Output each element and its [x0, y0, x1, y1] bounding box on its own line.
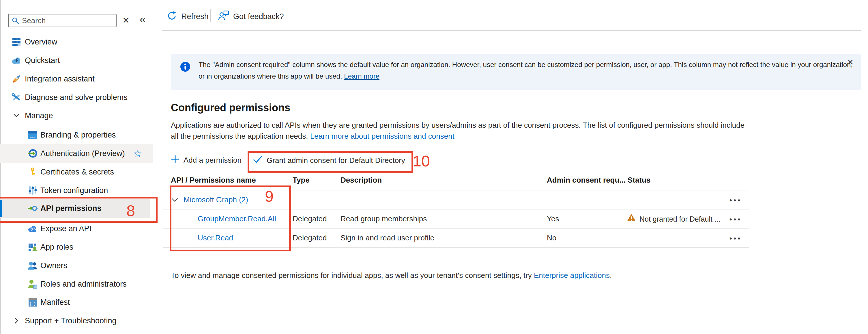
sidebar-item-label: Overview [25, 37, 57, 47]
sidebar-item-branding[interactable]: www Branding & properties [0, 126, 150, 144]
permissions-consent-link[interactable]: Learn more about permissions and consent [310, 132, 455, 140]
feedback-icon [218, 10, 229, 23]
sidebar-collapse-icon[interactable]: « [140, 13, 146, 26]
page-section-title: Configured permissions [171, 102, 290, 114]
grant-admin-consent-label: Grant admin consent for Default Director… [267, 156, 405, 165]
sidebar-item-overview[interactable]: Overview [0, 33, 150, 51]
sidebar-item-label: Certificates & secrets [40, 168, 114, 176]
api-group-link[interactable]: Microsoft Graph (2) [184, 195, 248, 204]
quickstart-icon [11, 55, 21, 65]
warning-icon [627, 213, 636, 223]
sidebar-group-label: Manage [25, 111, 53, 120]
sidebar-item-label: Diagnose and solve problems [25, 93, 128, 102]
sidebar-group-support[interactable]: Support + Troubleshooting [0, 311, 150, 330]
status-text: Not granted for Default ... [640, 215, 720, 223]
cloud-gears-icon [28, 224, 37, 233]
permission-description: Sign in and read user profile [341, 233, 434, 243]
table-divider [163, 190, 749, 190]
row-menu-button[interactable]: ••• [730, 215, 742, 223]
sidebar-item-label: Integration assistant [25, 75, 95, 84]
section-description-line2: all the permissions the application need… [171, 132, 455, 141]
sidebar-group-manage[interactable]: Manage [0, 106, 150, 125]
refresh-button[interactable]: Refresh [167, 10, 209, 23]
col-header-type: Type [292, 176, 310, 185]
permission-description: Read group memberships [341, 214, 427, 223]
overview-icon [11, 37, 21, 47]
check-icon [253, 156, 262, 166]
sidebar-item-label: App roles [40, 243, 73, 252]
sidebar-item-label: Authentication (Preview) [40, 149, 125, 158]
manifest-icon: { } [28, 297, 37, 307]
row-menu-button[interactable]: ••• [730, 234, 742, 243]
favorite-star-icon[interactable]: ☆ [133, 148, 142, 159]
table-divider [163, 209, 749, 210]
expand-chevron-icon[interactable] [172, 198, 178, 203]
col-header-description: Description [341, 176, 382, 185]
sliders-icon [28, 186, 37, 195]
search-input[interactable] [8, 14, 117, 27]
enterprise-applications-link[interactable]: Enterprise applications [534, 271, 610, 280]
banner-text-line1: The "Admin consent required" column show… [198, 61, 853, 69]
sidebar-item-manifest[interactable]: { } Manifest [0, 293, 150, 311]
chevron-down-icon [11, 111, 21, 120]
annotation-number-9: 9 [265, 188, 274, 204]
sidebar-item-expose-api[interactable]: Expose an API [0, 219, 150, 238]
sidebar-item-label: Quickstart [25, 56, 60, 65]
sidebar-item-label: Token configuration [40, 186, 108, 195]
plug-icon [28, 203, 37, 213]
sidebar-item-certificates[interactable]: Certificates & secrets [0, 163, 150, 181]
permission-type: Delegated [292, 233, 327, 243]
sidebar-item-authentication[interactable]: Authentication (Preview) ☆ [0, 144, 153, 163]
sidebar-item-label: Manifest [40, 298, 70, 307]
sidebar-item-quickstart[interactable]: Quickstart [0, 51, 150, 69]
sidebar-item-label: Branding & properties [40, 131, 116, 140]
table-divider [163, 247, 749, 248]
sidebar-item-app-roles[interactable]: App roles [0, 238, 150, 256]
refresh-label: Refresh [181, 12, 209, 21]
feedback-button[interactable]: Got feedback? [218, 10, 284, 23]
search-icon [11, 17, 20, 26]
sign-in-icon [28, 148, 37, 158]
sidebar-item-label: API permissions [40, 204, 101, 213]
sidebar-item-token-configuration[interactable]: Token configuration [0, 181, 150, 200]
admin-consent-value: No [547, 233, 556, 243]
col-header-name: API / Permissions name [171, 176, 256, 185]
table-divider [163, 228, 749, 228]
permission-link[interactable]: GroupMember.Read.All [198, 214, 276, 223]
grant-admin-consent-button[interactable]: Grant admin consent for Default Director… [253, 156, 405, 166]
col-header-admin-consent: Admin consent requ... [547, 176, 626, 185]
section-description-line1: Applications are authorized to call APIs… [171, 121, 744, 130]
svg-text:www: www [29, 136, 35, 139]
sidebar-item-diagnose[interactable]: Diagnose and solve problems [0, 88, 150, 107]
chevron-right-icon [11, 316, 21, 326]
banner-close-icon[interactable]: ✕ [847, 57, 854, 67]
search-dismiss-icon[interactable]: ✕ [122, 15, 130, 25]
learn-more-link[interactable]: Learn more [344, 72, 379, 80]
refresh-icon [167, 10, 177, 23]
sidebar-item-owners[interactable]: Owners [0, 256, 150, 275]
row-menu-button[interactable]: ••• [730, 196, 742, 204]
info-icon [180, 61, 190, 73]
svg-text:{ }: { } [29, 302, 36, 306]
footer-note: To view and manage consented permissions… [171, 271, 612, 280]
grid-person-icon [28, 242, 37, 252]
sidebar-item-label: Expose an API [40, 224, 91, 233]
add-permission-label: Add a permission [184, 156, 242, 165]
plus-icon [171, 155, 180, 166]
col-header-status: Status [628, 176, 650, 185]
rocket-icon [11, 74, 21, 84]
person-cube-icon [28, 279, 37, 289]
banner-text-line2: or in organizations where this app will … [198, 72, 379, 80]
selected-indicator-bar [0, 200, 2, 217]
permission-link[interactable]: User.Read [198, 233, 233, 243]
sidebar-item-label: Owners [40, 261, 67, 270]
sidebar-item-api-permissions[interactable]: API permissions [0, 199, 150, 218]
toolbar-divider [210, 9, 211, 22]
permission-type: Delegated [292, 214, 327, 223]
feedback-label: Got feedback? [233, 12, 284, 21]
admin-consent-value: Yes [547, 214, 559, 223]
annotation-number-10: 10 [413, 153, 430, 169]
sidebar-item-integration-assistant[interactable]: Integration assistant [0, 69, 150, 88]
add-permission-button[interactable]: Add a permission [171, 155, 242, 166]
sidebar-item-roles-admins[interactable]: Roles and administrators [0, 275, 150, 293]
